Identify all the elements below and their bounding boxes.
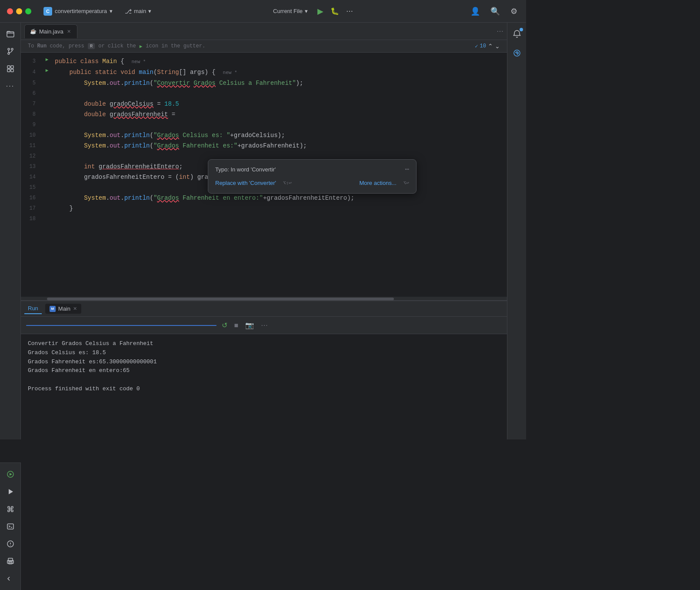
typo-title: Typo: In word 'Convertir' — [215, 166, 276, 173]
code-line-7: 7 double gradoCelsius = 18.5 — [21, 99, 507, 109]
code-text-17: } — [51, 204, 73, 213]
typo-more-icon[interactable]: ⋯ — [405, 165, 409, 174]
gutter-down-button[interactable]: ⌄ — [495, 43, 500, 50]
line-number-14: 14 — [21, 172, 43, 182]
code-text-8: double gradosFahrenheit = — [51, 110, 175, 119]
hint-key-r: R — [88, 43, 95, 49]
code-line-10: 10 System.out.println("Grados Celsius es… — [21, 130, 507, 141]
panel-toolbar: ↺ ■ 📷 ⋯ — [21, 317, 507, 334]
panel-tab-main[interactable]: M Main ✕ — [45, 304, 81, 314]
notification-dot — [520, 28, 523, 31]
close-button[interactable] — [7, 8, 13, 14]
run-button[interactable]: ▶ — [316, 5, 325, 18]
line-number-12: 12 — [21, 151, 43, 161]
panel-stop-button[interactable]: ■ — [233, 320, 240, 331]
project-selector[interactable]: C convertirtemperatura ▾ — [40, 5, 116, 17]
hint-banner: To Run code, press R or click the ▶ icon… — [21, 40, 507, 53]
line-number-11: 11 — [21, 141, 43, 151]
svg-rect-0 — [7, 32, 14, 37]
project-icon: C — [43, 7, 52, 16]
bottom-panel: Run M Main ✕ ↺ ■ 📷 ⋯ Convertir Grados Ce… — [21, 300, 507, 439]
sidebar-more-icon[interactable]: ··· — [3, 78, 18, 94]
line-number-3: 3 — [21, 57, 43, 66]
code-text-13: int gradosFahrenheitEntero; — [51, 162, 183, 171]
panel-restart-button[interactable]: ↺ — [220, 319, 229, 331]
tab-close-button[interactable]: ✕ — [66, 28, 72, 35]
code-text-16: System.out.println("Grados Fahrenheit en… — [51, 193, 354, 203]
add-profile-button[interactable]: 👤 — [469, 5, 482, 18]
code-text-4: public static void main(String[] args) {… — [51, 67, 237, 77]
tab-label: Main.java — [39, 28, 63, 35]
maximize-button[interactable] — [25, 8, 31, 14]
more-menu-button[interactable]: ⋯ — [344, 5, 355, 17]
current-file-chevron-icon: ▾ — [305, 8, 308, 14]
typo-more-actions-button[interactable]: More actions... — [359, 180, 396, 186]
sidebar-folder-icon[interactable] — [3, 26, 18, 42]
code-line-18: 18 — [21, 214, 507, 224]
code-text-3: public class Main { new * — [51, 57, 146, 67]
project-chevron-icon: ▾ — [110, 8, 113, 14]
line-number-7: 7 — [21, 99, 43, 109]
line-number-15: 15 — [21, 183, 43, 192]
ai-assistant-button[interactable] — [509, 45, 525, 61]
tab-more-button[interactable]: ⋯ — [497, 27, 503, 35]
search-button[interactable]: 🔍 — [489, 5, 502, 18]
hint-text3: icon in the gutter. — [146, 43, 205, 49]
gutter-checkmark-icon: ✓ — [475, 43, 478, 50]
svg-rect-5 — [11, 66, 13, 68]
svg-point-2 — [11, 48, 13, 50]
project-name: convertirtemperatura — [55, 8, 107, 14]
line-number-16: 16 — [21, 193, 43, 203]
panel-progress-bar — [26, 325, 217, 326]
typo-popup-header: Typo: In word 'Convertir' ⋯ — [215, 165, 409, 174]
sidebar-plugins-icon[interactable] — [3, 61, 18, 77]
code-editor: To Run code, press R or click the ▶ icon… — [21, 40, 507, 300]
line-number-17: 17 — [21, 204, 43, 213]
console-line-2: Grados Celsius es: 18.5 — [28, 349, 500, 358]
line-number-10: 10 — [21, 131, 43, 140]
gutter-controls: ✓ 10 ⌃ ⌄ — [475, 43, 500, 50]
line-number-6: 6 — [21, 89, 43, 98]
console-line-3: Grados Fahrenheit es:65.30000000000001 — [28, 358, 500, 367]
run-gutter-4[interactable]: ▶ — [43, 67, 51, 73]
panel-screenshot-button[interactable]: 📷 — [243, 319, 256, 331]
editor-scrollbar-thumb — [47, 298, 394, 300]
hint-text: To Run code, press — [28, 43, 84, 49]
sidebar-git-icon[interactable] — [3, 44, 18, 59]
console-line-1: Convertir Grados Celsius a Fahrenheit — [28, 339, 500, 349]
titlebar-actions: 👤 🔍 ⚙ — [469, 5, 519, 18]
branch-name: main — [134, 8, 146, 14]
debug-button[interactable]: 🐛 — [329, 5, 341, 17]
panel-tab-run[interactable]: Run — [24, 303, 42, 314]
panel-main-file-icon: M — [50, 306, 56, 312]
line-number-13: 13 — [21, 162, 43, 171]
notifications-button[interactable] — [509, 26, 525, 42]
code-line-11: 11 System.out.println("Grados Fahrenheit… — [21, 141, 507, 151]
panel-tabs: Run M Main ✕ — [21, 301, 507, 317]
code-content[interactable]: 3 ▶ public class Main { new * 4 ▶ public… — [21, 53, 507, 297]
tab-main-java[interactable]: ☕ Main.java ✕ — [24, 24, 77, 38]
current-file-selector[interactable]: Current File ▾ — [269, 6, 312, 16]
titlebar: C convertirtemperatura ▾ ⎇ main ▾ Curren… — [0, 0, 526, 23]
console-line-6: Process finished with exit code 0 — [28, 385, 500, 394]
typo-action-row: Replace with 'Converter' ⌥⇧↩ More action… — [215, 178, 409, 188]
tab-bar: ☕ Main.java ✕ ⋯ — [21, 23, 507, 40]
editor-area: ☕ Main.java ✕ ⋯ To Run code, press R or … — [21, 23, 507, 439]
gutter-up-button[interactable]: ⌃ — [488, 43, 493, 50]
editor-horizontal-scrollbar[interactable] — [21, 297, 507, 300]
settings-button[interactable]: ⚙ — [509, 5, 519, 18]
code-line-9: 9 — [21, 120, 507, 130]
code-line-16: 16 System.out.println("Grados Fahrenheit… — [21, 193, 507, 203]
code-text-10: System.out.println("Grados Celsius es: "… — [51, 131, 285, 140]
branch-selector[interactable]: ⎇ main ▾ — [121, 6, 155, 17]
svg-rect-6 — [7, 69, 10, 72]
panel-more-button[interactable]: ⋯ — [259, 319, 270, 331]
panel-tab-main-label: Main — [58, 305, 70, 312]
right-sidebar — [507, 23, 526, 439]
panel-tab-close-button[interactable]: ✕ — [73, 306, 77, 312]
run-gutter-3[interactable]: ▶ — [43, 57, 51, 62]
console-line-5 — [28, 375, 500, 385]
typo-replace-button[interactable]: Replace with 'Converter' — [215, 180, 276, 186]
code-text-11: System.out.println("Grados Fahrenheit es… — [51, 141, 307, 151]
minimize-button[interactable] — [16, 8, 22, 14]
